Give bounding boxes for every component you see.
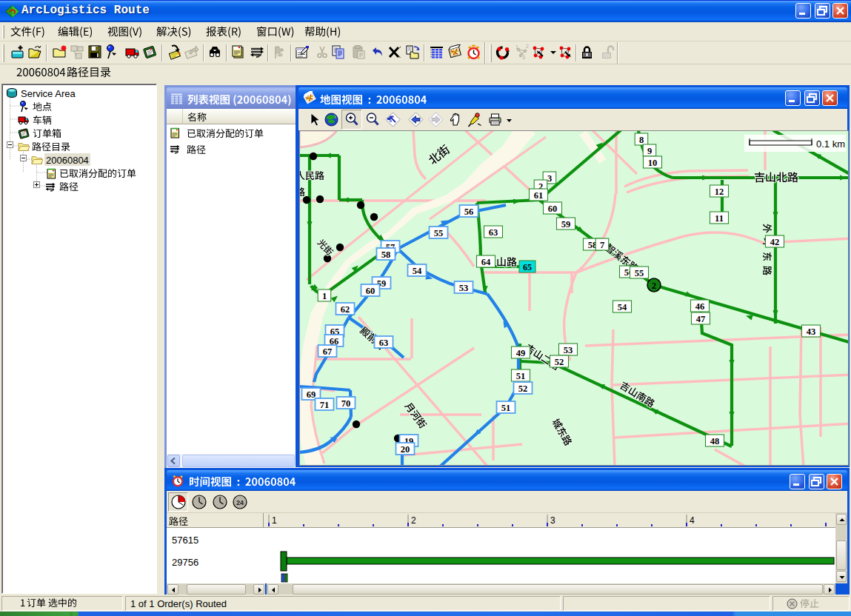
svg-text:53: 53 [459, 283, 469, 293]
svg-text:0.1 km: 0.1 km [816, 138, 845, 150]
svg-text:58: 58 [381, 250, 391, 260]
svg-text:42: 42 [770, 237, 780, 247]
svg-text:1: 1 [515, 44, 518, 50]
svg-text:47: 47 [696, 314, 706, 324]
svg-text:48: 48 [710, 436, 720, 446]
svg-text:8: 8 [639, 135, 644, 145]
svg-text:51: 51 [516, 371, 526, 381]
svg-text:52: 52 [555, 357, 564, 367]
svg-text:3: 3 [547, 173, 552, 184]
svg-text:55: 55 [635, 268, 644, 278]
svg-text:2: 2 [526, 44, 529, 49]
svg-text:3: 3 [522, 55, 525, 60]
svg-text:71: 71 [320, 400, 330, 410]
svg-text:60: 60 [366, 286, 376, 296]
svg-text:53: 53 [564, 345, 573, 355]
svg-text:2: 2 [411, 515, 416, 526]
svg-text:70: 70 [341, 398, 351, 409]
svg-text:63: 63 [489, 227, 498, 238]
svg-text:46: 46 [695, 301, 705, 312]
svg-text:52: 52 [518, 384, 528, 394]
svg-text:43: 43 [807, 327, 816, 337]
svg-text:10: 10 [648, 158, 658, 168]
svg-text:20: 20 [401, 444, 410, 455]
svg-text:60: 60 [548, 204, 558, 214]
svg-text:59: 59 [561, 219, 571, 230]
svg-text:62: 62 [341, 304, 350, 315]
svg-text:49: 49 [516, 348, 526, 358]
svg-text:12: 12 [715, 187, 724, 197]
svg-text:64: 64 [481, 257, 491, 267]
svg-text:56: 56 [464, 207, 474, 217]
svg-text:67: 67 [323, 346, 333, 357]
svg-text:63: 63 [379, 338, 389, 348]
svg-text:51: 51 [501, 403, 511, 413]
svg-text:1: 1 [322, 291, 327, 301]
svg-text:55: 55 [434, 228, 444, 238]
svg-text:54: 54 [618, 302, 627, 312]
svg-text:2: 2 [652, 281, 656, 291]
svg-text:4: 4 [690, 515, 695, 526]
svg-text:24: 24 [236, 499, 244, 506]
svg-text:61: 61 [534, 190, 544, 201]
svg-text:7: 7 [600, 240, 604, 250]
svg-text:3: 3 [550, 515, 555, 526]
svg-text:69: 69 [307, 389, 316, 400]
svg-text:65: 65 [523, 262, 532, 272]
svg-text:9: 9 [647, 146, 652, 156]
svg-text:11: 11 [715, 213, 724, 224]
svg-text:54: 54 [413, 266, 422, 276]
svg-text:1: 1 [272, 515, 277, 526]
